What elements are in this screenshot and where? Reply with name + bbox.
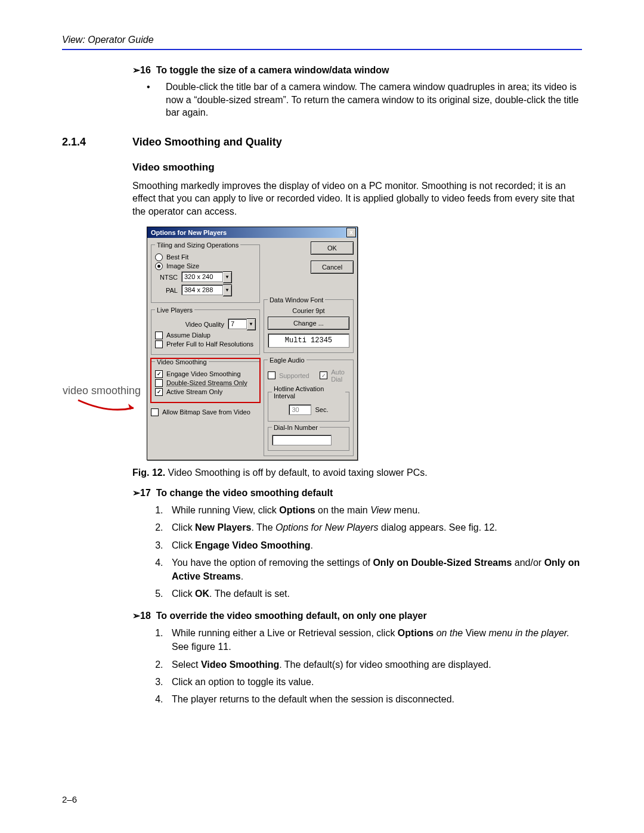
- proc-18-title: To override the video smoothing default,…: [156, 611, 427, 621]
- running-header: View: Operator Guide: [62, 35, 582, 45]
- supported-label: Supported: [279, 372, 309, 379]
- prefer-full-label: Prefer Full to Half Resolutions: [166, 340, 253, 348]
- proc-18-num: 18: [140, 611, 151, 621]
- proc-18-step-4: The player returns to the default when t…: [166, 692, 582, 706]
- cancel-button[interactable]: Cancel: [311, 261, 354, 274]
- video-quality-dropdown[interactable]: 7▼: [228, 318, 256, 330]
- live-legend: Live Players: [155, 306, 194, 314]
- image-size-radio[interactable]: [155, 262, 163, 270]
- proc-16-bullet: Double-click the title bar of a camera w…: [132, 80, 582, 119]
- proc-16-title: To toggle the size of a camera window/da…: [156, 65, 389, 75]
- video-quality-value: 7: [228, 318, 247, 329]
- proc-16-num: 16: [140, 65, 151, 75]
- smoothing-legend: Video Smoothing: [155, 358, 209, 366]
- ntsc-dropdown[interactable]: 320 x 240▼: [181, 271, 232, 283]
- pal-label: PAL: [155, 287, 178, 294]
- active-stream-label: Active Stream Only: [166, 388, 222, 395]
- header-rule: [62, 49, 582, 50]
- callout-label: video smoothing: [62, 385, 141, 397]
- tiling-legend: Tiling and Sizing Operations: [155, 241, 240, 249]
- page-number: 2–6: [62, 794, 77, 804]
- active-stream-checkbox[interactable]: [155, 388, 163, 396]
- proc-16-heading: ➢16 To toggle the size of a camera windo…: [132, 64, 582, 76]
- dialog-close-button[interactable]: x: [346, 228, 356, 237]
- font-preview: Multi 12345: [268, 333, 349, 348]
- font-current: Courier 9pt: [268, 307, 349, 314]
- best-fit-label: Best Fit: [166, 253, 188, 261]
- chevron-down-icon: ▼: [223, 284, 232, 296]
- change-font-button[interactable]: Change ...: [268, 317, 349, 330]
- chevron-icon: ➢: [132, 611, 140, 621]
- font-legend: Data Window Font: [268, 296, 325, 304]
- chevron-down-icon: ▼: [247, 318, 256, 330]
- proc-18-step-3: Click an option to toggle its value.: [166, 675, 582, 689]
- options-dialog: Options for New Players x Tiling and Siz…: [147, 227, 358, 460]
- engage-smoothing-label: Engage Video Smoothing: [166, 370, 241, 377]
- section-number: 2.1.4: [62, 136, 132, 148]
- proc-17-steps: While running View, click Options on the…: [132, 503, 582, 600]
- proc-18-heading: ➢18 To override the video smoothing defa…: [132, 610, 582, 621]
- eagle-audio-group: Eagle Audio Supported Auto Dial Hotline …: [264, 357, 354, 456]
- callout-arrow-icon: [75, 397, 141, 415]
- proc-18-step-1: While running either a Live or Retrieval…: [166, 626, 582, 654]
- allow-bitmap-label: Allow Bitmap Save from Video: [162, 408, 250, 416]
- caption-text: Video Smoothing is off by default, to av…: [165, 467, 428, 478]
- supported-checkbox[interactable]: [268, 371, 275, 379]
- chevron-icon: ➢: [132, 488, 140, 498]
- proc-17-step-3: Click Engage Video Smoothing.: [166, 538, 582, 552]
- proc-17-step-5: Click OK. The default is set.: [166, 587, 582, 600]
- image-size-label: Image Size: [166, 262, 199, 270]
- assume-dialup-label: Assume Dialup: [166, 332, 210, 339]
- video-smoothing-group: Video Smoothing Engage Video Smoothing D…: [151, 358, 260, 402]
- hotline-value[interactable]: 30: [289, 404, 311, 415]
- hotline-legend: Hotline Activation Interval: [272, 385, 345, 400]
- proc-17-step-1: While running View, click Options on the…: [166, 503, 582, 517]
- dialin-group: Dial-In Number: [268, 424, 349, 451]
- proc-17-title: To change the video smoothing default: [156, 488, 333, 498]
- allow-bitmap-checkbox[interactable]: [151, 408, 159, 416]
- dialin-legend: Dial-In Number: [272, 424, 320, 431]
- chevron-icon: ➢: [132, 65, 140, 75]
- dialog-title: Options for New Players: [151, 229, 227, 236]
- proc-17-num: 17: [140, 488, 151, 498]
- double-sized-checkbox[interactable]: [155, 379, 163, 387]
- dialin-input[interactable]: [272, 435, 332, 445]
- auto-dial-label: Auto Dial: [331, 368, 349, 383]
- data-window-font-group: Data Window Font Courier 9pt Change ... …: [264, 296, 354, 353]
- double-sized-label: Double-Sized Streams Only: [166, 379, 247, 386]
- proc-17-heading: ➢17 To change the video smoothing defaul…: [132, 487, 582, 498]
- proc-17-step-4: You have the option of removing the sett…: [166, 556, 582, 583]
- hotline-group: Hotline Activation Interval 30 Sec.: [268, 385, 349, 422]
- proc-18-steps: While running either a Live or Retrieval…: [132, 626, 582, 706]
- proc-17-step-2: Click New Players. The Options for New P…: [166, 521, 582, 534]
- ntsc-value: 320 x 240: [181, 271, 223, 282]
- section-title: Video Smoothing and Quality: [132, 136, 282, 148]
- prefer-full-checkbox[interactable]: [155, 340, 163, 348]
- ok-button[interactable]: OK: [311, 241, 354, 255]
- ntsc-label: NTSC: [155, 274, 178, 281]
- tiling-group: Tiling and Sizing Operations Best Fit Im…: [151, 241, 260, 303]
- engage-smoothing-checkbox[interactable]: [155, 370, 163, 378]
- figure-caption: Fig. 12. Video Smoothing is off by defau…: [132, 466, 582, 479]
- proc-18-step-2: Select Video Smoothing. The default(s) f…: [166, 658, 582, 671]
- auto-dial-checkbox[interactable]: [320, 371, 327, 379]
- intro-paragraph: Smoothing markedly improves the display …: [132, 179, 582, 218]
- pal-value: 384 x 288: [181, 284, 223, 295]
- video-quality-label: Video Quality: [155, 321, 224, 328]
- chevron-down-icon: ▼: [223, 271, 232, 283]
- subsection-heading: Video smoothing: [132, 162, 582, 174]
- pal-dropdown[interactable]: 384 x 288▼: [181, 284, 232, 296]
- live-players-group: Live Players Video Quality 7▼ Assume Dia…: [151, 306, 260, 355]
- best-fit-radio[interactable]: [155, 253, 163, 261]
- assume-dialup-checkbox[interactable]: [155, 332, 163, 339]
- hotline-unit: Sec.: [315, 406, 328, 413]
- dialog-titlebar: Options for New Players x: [147, 227, 357, 238]
- eagle-legend: Eagle Audio: [268, 357, 306, 364]
- section-heading: 2.1.4 Video Smoothing and Quality: [62, 136, 582, 148]
- caption-prefix: Fig. 12.: [132, 467, 165, 478]
